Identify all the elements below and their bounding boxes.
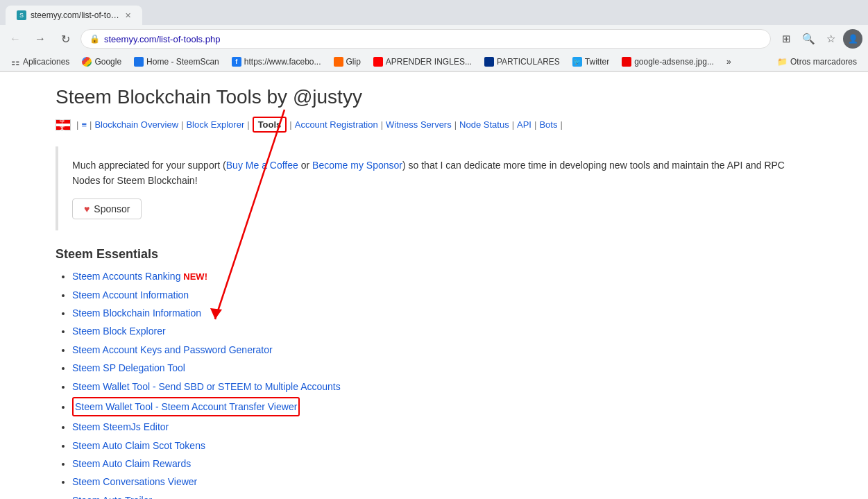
bookmark-particulares[interactable]: PARTICULARES	[479, 56, 565, 68]
tool-link-keys-generator[interactable]: Steem Account Keys and Password Generato…	[72, 344, 273, 355]
tool-link-steemjs-editor[interactable]: Steem SteemJs Editor	[72, 421, 169, 432]
adsense-favicon	[622, 57, 631, 67]
nav-tools-active[interactable]: Tools	[253, 117, 287, 133]
address-bar-actions: ⊞ 🔍 ☆ 👤	[776, 29, 862, 49]
nav-sep-2: |	[181, 119, 183, 130]
list-item: Steem SteemJs Editor	[72, 419, 805, 434]
nav-links: | ≡ | Blockchain Overview | Block Explor…	[56, 117, 805, 133]
list-item: Steem Account Information	[72, 287, 805, 303]
bookmark-ingles[interactable]: APRENDER INGLES...	[368, 56, 477, 68]
particulares-favicon	[484, 57, 494, 67]
nav-sep-8: |	[534, 119, 536, 130]
ingles-label: APRENDER INGLES...	[386, 57, 472, 67]
nav-bots[interactable]: Bots	[539, 119, 557, 130]
more-bookmarks-icon: »	[726, 57, 731, 67]
browser-tab[interactable]: S steemyy.com/list-of-tools.php ✕	[6, 6, 142, 25]
sponsor-button[interactable]: ♥ Sponsor	[72, 198, 142, 219]
bookmark-twitter[interactable]: 🐦 Twitter	[567, 56, 615, 68]
bookmark-glip[interactable]: Glip	[328, 56, 366, 68]
ingles-favicon	[373, 57, 383, 67]
nav-sep-5: |	[381, 119, 383, 130]
nav-sep-4: |	[289, 119, 291, 130]
tab-close-icon[interactable]: ✕	[125, 11, 131, 20]
list-item: Steem Block Explorer	[72, 323, 805, 339]
address-bar-row: ← → ↻ 🔒 steemyy.com/list-of-tools.php ⊞ …	[0, 25, 868, 53]
nav-api[interactable]: API	[517, 119, 531, 130]
new-badge: NEW!	[183, 271, 207, 282]
list-item: Steem Conversations Viewer	[72, 474, 805, 489]
tool-link-conversations[interactable]: Steem Conversations Viewer	[72, 476, 197, 487]
address-bar[interactable]: 🔒 steemyy.com/list-of-tools.php	[80, 29, 771, 49]
bookmark-google[interactable]: Google	[76, 56, 127, 68]
bookmark-more[interactable]: »	[721, 56, 737, 68]
tool-link-account-info[interactable]: Steem Account Information	[72, 289, 189, 301]
heart-icon: ♥	[84, 203, 90, 214]
bookmarks-bar: ⚏ Aplicaciones Google Home - SteemScan f…	[0, 53, 868, 71]
support-box: Much appreciated for your support (Buy M…	[56, 146, 805, 230]
steemscan-favicon	[134, 57, 144, 67]
nav-witness-servers[interactable]: Witness Servers	[386, 119, 452, 130]
tool-link-auto-claim-rewards[interactable]: Steem Auto Claim Rewards	[72, 458, 191, 469]
other-bookmarks-folder[interactable]: 📁 Otros marcadores	[772, 56, 862, 68]
nav-hamburger[interactable]: ≡	[81, 119, 87, 130]
list-item: Steem Blockchain Information	[72, 305, 805, 321]
glip-label: Glip	[346, 57, 361, 67]
bookmark-adsense[interactable]: google-adsense.jpg...	[616, 56, 720, 68]
bookmark-facebook[interactable]: f https://www.facebo...	[226, 56, 327, 68]
sponsor-btn-label: Sponsor	[94, 203, 130, 214]
browser-chrome: S steemyy.com/list-of-tools.php ✕ ← → ↻ …	[0, 0, 868, 72]
nav-account-registration[interactable]: Account Registration	[295, 119, 378, 130]
tool-link-auto-trailer[interactable]: Steem Auto Trailer	[72, 495, 152, 499]
list-item: Steem Auto Claim Scot Tokens	[72, 438, 805, 453]
google-favicon	[82, 57, 92, 67]
list-item: Steem Auto Trailer	[72, 493, 805, 499]
bookmark-apps[interactable]: ⚏ Aplicaciones	[6, 55, 75, 69]
tab-bar: S steemyy.com/list-of-tools.php ✕	[0, 0, 868, 25]
list-item-annotated: Steem Wallet Tool - Steem Account Transf…	[72, 397, 805, 416]
tool-link-sp-delegation[interactable]: Steem SP Delegation Tool	[72, 362, 185, 373]
tab-title: steemyy.com/list-of-tools.php	[31, 10, 121, 20]
nav-blockchain-overview[interactable]: Blockchain Overview	[94, 119, 178, 130]
glip-favicon	[334, 57, 343, 67]
apps-grid-icon: ⚏	[11, 56, 20, 67]
facebook-favicon: f	[232, 57, 241, 67]
bookmark-steemscan[interactable]: Home - SteemScan	[128, 56, 225, 68]
nav-block-explorer[interactable]: Block Explorer	[186, 119, 244, 130]
profile-initial: 👤	[848, 34, 858, 44]
buy-coffee-link[interactable]: Buy Me a Coffee	[226, 160, 298, 171]
back-button[interactable]: ←	[6, 29, 25, 49]
twitter-label: Twitter	[585, 57, 609, 67]
become-sponsor-link[interactable]: Become my Sponsor	[312, 160, 402, 171]
support-text-middle: or	[298, 160, 312, 171]
nav-node-status[interactable]: Node Status	[459, 119, 509, 130]
essentials-list: Steem Accounts Ranking NEW! Steem Accoun…	[56, 269, 805, 499]
search-button[interactable]: 🔍	[799, 29, 818, 49]
section-essentials-title: Steem Essentials	[56, 247, 805, 262]
tool-link-auto-claim-scot[interactable]: Steem Auto Claim Scot Tokens	[72, 440, 205, 451]
tool-link-block-explorer[interactable]: Steem Block Explorer	[72, 325, 166, 337]
tool-link-wallet-transfer[interactable]: Steem Wallet Tool - Steem Account Transf…	[75, 401, 297, 412]
tool-link-blockchain-info[interactable]: Steem Blockchain Information	[72, 307, 201, 319]
refresh-button[interactable]: ↻	[56, 29, 75, 49]
steemscan-label: Home - SteemScan	[146, 57, 219, 67]
google-label: Google	[94, 57, 121, 67]
translate-button[interactable]: ⊞	[776, 29, 796, 49]
bookmark-button[interactable]: ☆	[821, 29, 840, 49]
support-text: Much appreciated for your support (Buy M…	[72, 158, 791, 189]
list-item: Steem Auto Claim Rewards	[72, 456, 805, 471]
forward-button[interactable]: →	[31, 29, 50, 49]
apps-label: Aplicaciones	[23, 57, 69, 67]
nav-sep-1: |	[90, 119, 92, 130]
twitter-favicon: 🐦	[572, 57, 582, 67]
url-text: steemyy.com/list-of-tools.php	[104, 34, 220, 44]
tool-link-accounts-ranking[interactable]: Steem Accounts Ranking	[72, 271, 180, 282]
section-steem-essentials: Steem Essentials Steem Accounts Ranking …	[56, 247, 805, 499]
list-item: Steem Account Keys and Password Generato…	[72, 342, 805, 357]
tool-link-wallet-send[interactable]: Steem Wallet Tool - Send SBD or STEEM to…	[72, 381, 341, 392]
profile-icon[interactable]: 👤	[843, 29, 862, 49]
page-content: Steem Blockchain Tools by @justyy | ≡ | …	[0, 72, 833, 499]
nav-sep-7: |	[512, 119, 514, 130]
list-item: Steem SP Delegation Tool	[72, 360, 805, 375]
nav-sep-9: |	[560, 119, 562, 130]
flag-icon[interactable]	[56, 119, 71, 130]
